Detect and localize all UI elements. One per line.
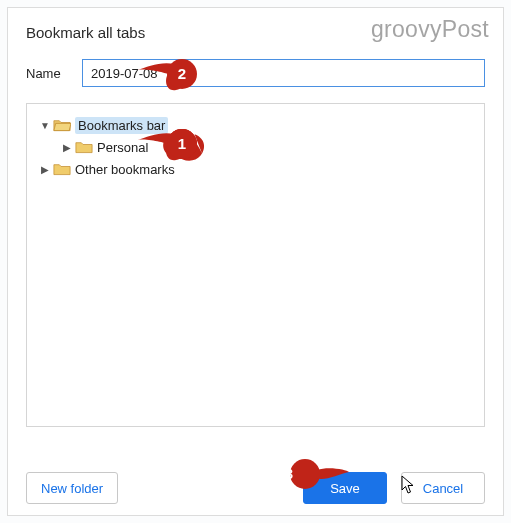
chevron-right-icon[interactable]: ▶: [39, 164, 51, 175]
cancel-button[interactable]: Cancel: [401, 472, 485, 504]
name-input[interactable]: [82, 59, 485, 87]
tree-item-personal[interactable]: ▶ Personal: [33, 136, 478, 158]
name-row: Name: [26, 59, 485, 87]
new-folder-button[interactable]: New folder: [26, 472, 118, 504]
tree-item-label: Other bookmarks: [75, 162, 175, 177]
dialog-footer: New folder Save Cancel: [8, 461, 503, 515]
watermark-text: groovyPost: [371, 16, 489, 43]
name-label: Name: [26, 66, 82, 81]
tree-item-label: Bookmarks bar: [75, 117, 168, 134]
folder-icon: [75, 140, 93, 154]
save-button[interactable]: Save: [303, 472, 387, 504]
folder-open-icon: [53, 118, 71, 132]
folder-icon: [53, 162, 71, 176]
tree-item-label: Personal: [97, 140, 148, 155]
tree-item-other-bookmarks[interactable]: ▶ Other bookmarks: [33, 158, 478, 180]
chevron-down-icon[interactable]: ▼: [39, 120, 51, 131]
tree-item-bookmarks-bar[interactable]: ▼ Bookmarks bar: [33, 114, 478, 136]
chevron-right-icon[interactable]: ▶: [61, 142, 73, 153]
folder-tree[interactable]: ▼ Bookmarks bar ▶ Personal: [26, 103, 485, 427]
bookmark-all-tabs-dialog: groovyPost Bookmark all tabs Name ▼ Book…: [7, 7, 504, 516]
